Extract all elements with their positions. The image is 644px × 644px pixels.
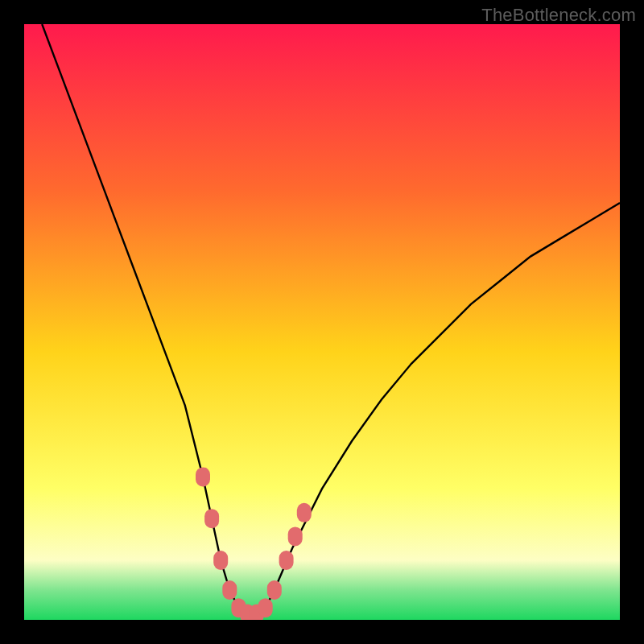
highlight-marker [279, 551, 294, 570]
chart-svg [24, 24, 620, 620]
watermark-text: TheBottleneck.com [481, 5, 636, 26]
chart-frame: TheBottleneck.com [0, 0, 644, 644]
highlight-marker [258, 598, 273, 617]
highlight-marker [213, 551, 228, 570]
highlight-marker [222, 580, 237, 600]
highlight-marker [204, 509, 219, 528]
highlight-marker [288, 526, 303, 546]
highlight-marker [196, 467, 210, 486]
highlight-marker [267, 580, 282, 600]
highlight-marker [297, 503, 312, 522]
gradient-background [24, 24, 620, 620]
plot-area [24, 24, 620, 620]
